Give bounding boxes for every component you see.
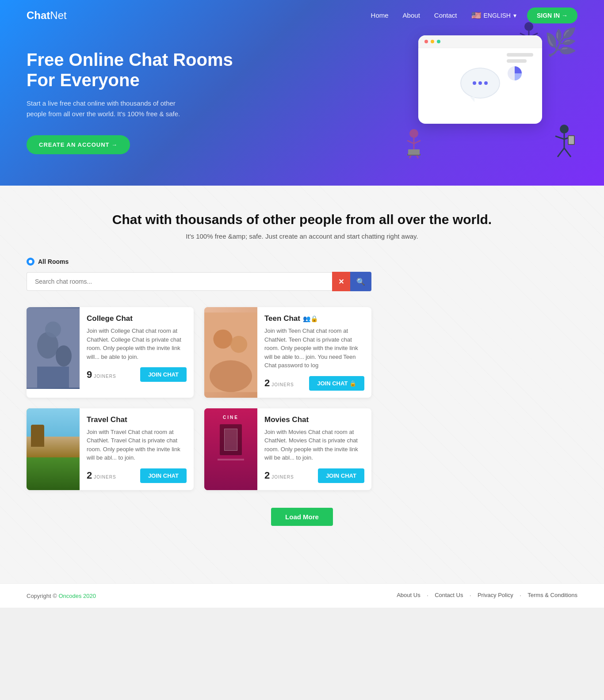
room-card-inner-college: College Chat Join with College Chat chat…: [27, 307, 194, 389]
room-img-teen: [204, 307, 257, 398]
section-title: Chat with thousands of other people from…: [27, 212, 577, 227]
browser-dot-yellow: [431, 40, 434, 43]
room-card-travel: Travel Chat Join with Travel Chat chat r…: [27, 408, 194, 490]
chat-dot-1: [473, 81, 476, 85]
footer-copyright: Copyright © Oncodes 2020: [27, 593, 96, 599]
rooms-filter: All Rooms: [27, 258, 577, 266]
browser-dot-red: [424, 40, 428, 43]
footer-link-2[interactable]: Privacy Policy: [478, 592, 513, 600]
room-info-movies: Movies Chat Join with Movies Chat chat r…: [257, 408, 371, 490]
nav-about[interactable]: About: [403, 11, 420, 19]
svg-point-26: [45, 322, 61, 338]
navbar: ChatNet Home About Contact 🇺🇸 ENGLISH ▾ …: [0, 0, 604, 31]
footer-brand-link[interactable]: Oncodes 2020: [58, 593, 96, 599]
browser-dots: [418, 35, 542, 48]
svg-point-25: [56, 346, 72, 367]
footer-link-1[interactable]: Contact Us: [435, 592, 463, 600]
side-content: [507, 53, 533, 81]
room-card-college: College Chat Join with College Chat chat…: [27, 307, 194, 398]
footer-link-separator: ·: [469, 592, 471, 600]
room-img-college: [27, 307, 80, 389]
svg-point-15: [560, 125, 569, 133]
nav-home[interactable]: Home: [371, 11, 389, 19]
room-desc-travel: Join with Travel Chat chat room at ChatN…: [87, 428, 187, 462]
svg-rect-22: [569, 136, 574, 144]
lang-label: ENGLISH: [484, 12, 511, 19]
room-desc-teen: Join with Teen Chat chat room at ChatNet…: [264, 327, 364, 370]
load-more-wrap: Load More: [27, 508, 577, 526]
footer-links: About Us·Contact Us·Privacy Policy·Terms…: [397, 592, 577, 600]
footer-link-0[interactable]: About Us: [397, 592, 420, 600]
room-desc-movies: Join with Movies Chat chat room at ChatN…: [264, 428, 364, 462]
hero-illustration: 🌿: [392, 22, 577, 164]
search-icon: 🔍: [356, 278, 365, 285]
hero-subtitle: Start a live free chat online with thous…: [27, 98, 195, 119]
room-name-teen: Teen Chat 👥🔒: [264, 314, 364, 323]
room-card-inner-teen: Teen Chat 👥🔒 Join with Teen Chat chat ro…: [204, 307, 371, 398]
search-clear-button[interactable]: ✕: [332, 272, 350, 291]
room-footer-college: 9JOINERS JOIN CHAT: [87, 367, 187, 382]
figure-left-icon: [405, 128, 432, 164]
room-footer-movies: 2JOINERS JOIN CHAT: [264, 468, 364, 483]
join-button-travel[interactable]: JOIN CHAT: [140, 468, 187, 483]
room-info-teen: Teen Chat 👥🔒 Join with Teen Chat chat ro…: [257, 307, 371, 398]
browser-dot-green: [437, 40, 440, 43]
svg-line-9: [407, 141, 414, 144]
joiners-travel: 2JOINERS: [87, 470, 116, 481]
svg-rect-27: [37, 367, 69, 388]
room-footer-teen: 2JOINERS JOIN CHAT 🔒: [264, 376, 364, 391]
svg-line-10: [414, 141, 421, 144]
search-button[interactable]: 🔍: [350, 272, 371, 291]
language-selector[interactable]: 🇺🇸 ENGLISH ▾: [471, 11, 516, 20]
svg-point-31: [210, 360, 252, 392]
pie-chart-icon: [507, 65, 523, 81]
join-button-movies[interactable]: JOIN CHAT: [318, 468, 364, 483]
svg-line-17: [555, 136, 564, 139]
side-line-1: [507, 53, 533, 57]
chevron-down-icon: ▾: [513, 12, 516, 19]
chat-dots: [473, 81, 488, 85]
hero-content: Free Online Chat Rooms For Everyone Star…: [27, 49, 248, 154]
joiners-teen: 2JOINERS: [264, 377, 294, 389]
joiners-college: 9JOINERS: [87, 369, 116, 380]
browser-content: [418, 48, 542, 122]
room-desc-college: Join with College Chat chat room at Chat…: [87, 327, 187, 361]
chat-bubble-icon: [460, 68, 500, 99]
svg-rect-14: [408, 149, 420, 155]
room-name-movies: Movies Chat: [264, 415, 364, 424]
flag-icon: 🇺🇸: [471, 11, 481, 20]
room-card-inner-travel: Travel Chat Join with Travel Chat chat r…: [27, 408, 194, 490]
room-name-travel: Travel Chat: [87, 415, 187, 424]
hero-title: Free Online Chat Rooms For Everyone: [27, 49, 248, 90]
join-button-college[interactable]: JOIN CHAT: [140, 367, 187, 382]
brand-logo: ChatNet: [27, 9, 67, 22]
sign-in-button[interactable]: SIGN IN →: [527, 8, 577, 23]
filter-dot-inner: [29, 260, 32, 263]
people-lock-icon: 👥🔒: [303, 315, 318, 322]
room-footer-travel: 2JOINERS JOIN CHAT: [87, 468, 187, 483]
room-info-college: College Chat Join with College Chat chat…: [80, 307, 194, 389]
footer: Copyright © Oncodes 2020 About Us·Contac…: [0, 583, 604, 608]
brand-net: Net: [50, 9, 66, 21]
side-line-2: [507, 59, 527, 63]
search-input[interactable]: [27, 272, 332, 291]
svg-point-7: [409, 129, 418, 138]
create-account-button[interactable]: CREATE AN ACCOUNT →: [27, 135, 130, 154]
join-button-teen[interactable]: JOIN CHAT 🔒: [309, 376, 364, 391]
nav-contact[interactable]: Contact: [434, 11, 457, 19]
chat-dot-2: [478, 81, 482, 85]
load-more-button[interactable]: Load More: [271, 508, 333, 526]
room-img-movies: CINE: [204, 408, 257, 490]
svg-line-19: [558, 148, 564, 157]
room-info-travel: Travel Chat Join with Travel Chat chat r…: [80, 408, 194, 490]
main-section: Chat with thousands of other people from…: [0, 186, 604, 583]
room-card-teen: Teen Chat 👥🔒 Join with Teen Chat chat ro…: [204, 307, 371, 398]
browser-mockup: [418, 35, 542, 124]
figure-right-icon: [547, 124, 577, 164]
footer-link-separator: ·: [427, 592, 428, 600]
svg-point-29: [213, 330, 232, 349]
filter-label: All Rooms: [38, 258, 69, 265]
filter-dot-icon: [27, 258, 34, 266]
chat-dot-3: [484, 81, 488, 85]
footer-link-3[interactable]: Terms & Conditions: [528, 592, 577, 600]
